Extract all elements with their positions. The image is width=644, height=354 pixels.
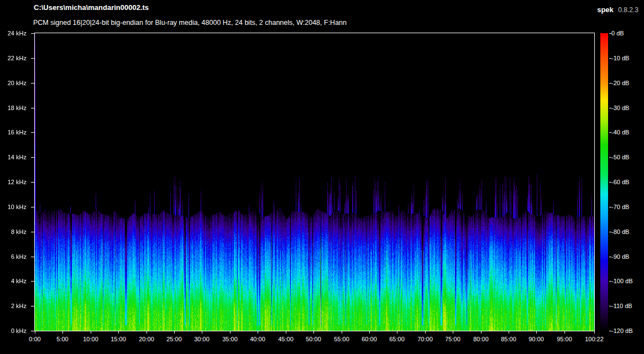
stream-info-text: PCM signed 16|20|24-bit big-endian for B… [33,19,347,27]
time-tick-label: 40:00 [242,336,273,342]
freq-tick-label: 4 kHz [2,278,27,284]
freq-tick [31,33,34,34]
time-tick-label: 10:00 [75,336,106,342]
time-tick [481,331,481,334]
time-tick-label: 60:00 [354,336,385,342]
time-tick [425,331,426,334]
time-tick [286,331,286,334]
db-tick-label: 0 dB [611,30,624,37]
freq-tick-label: 10 kHz [2,204,27,210]
freq-tick-label: 12 kHz [2,179,27,185]
freq-tick [31,58,34,59]
time-tick [536,331,537,334]
db-tick-label: -80 dB [611,228,629,235]
time-tick-label: 50:00 [298,336,329,342]
time-tick-label: 90:00 [521,336,552,342]
time-tick-label: 70:00 [410,336,441,342]
freq-tick [31,207,34,207]
freq-tick [31,232,34,232]
db-tick-label: -60 dB [611,179,629,185]
db-tick-label: -20 dB [611,80,629,86]
time-tick [342,331,342,334]
db-tick-label: -30 dB [611,105,629,111]
time-tick [146,331,147,334]
time-tick [258,331,258,334]
time-tick-label: 85:00 [493,336,524,342]
freq-tick-label: 6 kHz [2,253,27,260]
time-tick-label: 0:00 [19,336,50,342]
freq-tick-label: 0 kHz [2,327,27,334]
freq-tick [31,132,34,133]
db-tick-label: -90 dB [611,253,629,260]
time-tick [397,331,397,334]
time-tick-label: 30:00 [186,336,217,342]
freq-tick [31,331,34,331]
time-tick [564,331,565,334]
time-tick [230,331,231,334]
freq-tick-label: 24 kHz [2,30,27,37]
freq-tick-label: 2 kHz [2,303,27,309]
spectrogram-plot-frame [34,33,595,331]
freq-tick [31,108,34,108]
time-tick [91,331,91,334]
file-path-title: C:\Users\micha\mandarin00002.ts [34,3,149,12]
time-tick [118,331,119,334]
db-tick-label: -50 dB [611,154,629,160]
freq-tick [31,306,34,306]
db-tick-label: -40 dB [611,129,629,136]
spek-window: C:\Users\micha\mandarin00002.ts PCM sign… [0,0,644,354]
freq-tick-label: 22 kHz [2,55,27,61]
time-tick-label: 45:00 [270,336,301,342]
freq-tick [31,182,34,183]
time-tick [594,331,595,334]
freq-tick [31,257,34,257]
db-legend-gradient-bar [600,33,608,331]
time-tick [35,331,35,334]
time-tick [202,331,202,334]
freq-tick-label: 18 kHz [2,105,27,111]
freq-tick [31,157,34,158]
db-tick-label: -100 dB [611,278,633,284]
freq-tick-label: 14 kHz [2,154,27,160]
time-tick-label: 75:00 [437,336,468,342]
time-tick [313,331,314,334]
time-tick-label: 15:00 [103,336,134,342]
app-version: 0.8.2.3 [618,6,638,14]
freq-tick [31,83,34,84]
time-tick-label: 95:00 [549,336,580,342]
time-tick [369,331,370,334]
time-tick-label: 25:00 [159,336,190,342]
db-tick-label: -110 dB [611,303,632,309]
time-tick-label: 100:22 [579,336,610,342]
time-tick-label: 35:00 [214,336,245,342]
spectrogram-canvas [35,33,594,331]
freq-tick [31,281,34,282]
freq-tick-label: 16 kHz [2,129,27,136]
time-tick-label: 55:00 [326,336,357,342]
time-tick [509,331,509,334]
time-tick-label: 5:00 [47,336,78,342]
freq-tick-label: 20 kHz [2,80,27,86]
time-tick [62,331,63,334]
freq-tick-label: 8 kHz [2,228,27,235]
time-tick [453,331,453,334]
db-tick-label: -120 dB [611,327,633,334]
db-tick-label: -10 dB [611,55,629,61]
db-tick-label: -70 dB [611,204,629,210]
time-tick-label: 20:00 [131,336,162,342]
time-tick [174,331,175,334]
time-tick-label: 65:00 [381,336,412,342]
time-tick-label: 80:00 [465,336,496,342]
app-brand: spek 0.8.2.3 [597,4,638,14]
app-name: spek [597,6,614,14]
